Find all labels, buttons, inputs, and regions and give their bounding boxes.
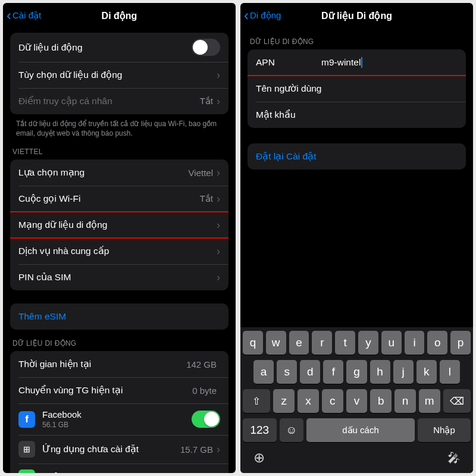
network-selection-label: Lựa chọn mạng (18, 167, 189, 178)
back-label: Di động (250, 10, 281, 21)
key-z[interactable]: z (273, 389, 295, 413)
row-reset-settings[interactable]: Đặt lại Cài đặt (248, 143, 466, 170)
row-network-selection[interactable]: Lựa chọn mạng Viettel › (10, 159, 228, 186)
key-f[interactable]: f (323, 360, 343, 384)
key-i[interactable]: i (405, 331, 425, 355)
apn-input[interactable]: m9-wintel (321, 57, 458, 68)
key-o[interactable]: o (427, 331, 447, 355)
row-cellular-options[interactable]: Tùy chọn dữ liệu di động › (10, 62, 228, 88)
navbar: ‹ Cài đặt Di động (3, 3, 236, 28)
row-username[interactable]: Tên người dùng (248, 76, 466, 102)
key-k[interactable]: k (416, 360, 437, 384)
row-current-period[interactable]: Thời gian hiện tại 142 GB (10, 351, 228, 377)
back-button[interactable]: ‹ Di động (240, 8, 281, 23)
chevron-right-icon: › (217, 167, 220, 179)
key-w[interactable]: w (266, 331, 286, 355)
row-personal-hotspot[interactable]: Điểm truy cập cá nhân Tắt › (10, 88, 228, 114)
group-apn: APN m9-wintel Tên người dùng Mật khẩu (248, 49, 466, 128)
key-a[interactable]: a (253, 360, 274, 384)
backspace-key[interactable]: ⌫ (443, 389, 471, 413)
shift-key[interactable]: ⇧ (243, 389, 270, 413)
globe-icon[interactable]: ⊕ (253, 450, 265, 466)
group-reset: Đặt lại Cài đặt (248, 143, 466, 170)
chevron-left-icon: ‹ (244, 8, 249, 23)
chevron-right-icon: › (217, 271, 220, 284)
network-selection-value: Viettel (189, 168, 213, 178)
row-cellular-data[interactable]: Dữ liệu di động (10, 33, 228, 62)
roaming-label: Chuyển vùng TG hiện tại (18, 385, 192, 396)
cellular-data-toggle[interactable] (192, 39, 220, 56)
row-uninstalled-apps[interactable]: ⊞ Ứng dụng chưa cài đặt 15.7 GB › (10, 435, 228, 464)
carrier-services-label: Dịch vụ nhà cung cấp (18, 246, 217, 256)
row-roaming[interactable]: Chuyển vùng TG hiện tại 0 byte (10, 377, 228, 403)
key-b[interactable]: b (370, 389, 392, 413)
key-s[interactable]: s (277, 360, 297, 384)
row-hotspot-usage[interactable]: ⊘ Điểm truy cập cá nhân 15.4 GB › (10, 464, 228, 473)
key-m[interactable]: m (419, 389, 440, 413)
key-n[interactable]: n (394, 389, 416, 413)
sim-pin-label: PIN của SIM (18, 272, 217, 283)
reset-label: Đặt lại Cài đặt (256, 151, 458, 162)
facebook-toggle[interactable] (192, 411, 220, 428)
key-j[interactable]: j (393, 360, 414, 384)
keyboard-row-4: 123 ☺ dấu cách Nhập (243, 418, 471, 442)
key-c[interactable]: c (322, 389, 343, 413)
uninstalled-value: 15.7 GB (180, 444, 213, 455)
current-period-value: 142 GB (186, 359, 217, 369)
key-d[interactable]: d (300, 360, 320, 384)
section-carrier: VIETTEL (3, 138, 236, 159)
hotspot-icon: ⊘ (18, 469, 35, 473)
back-label: Cài đặt (12, 10, 41, 21)
key-y[interactable]: y (358, 331, 378, 355)
key-h[interactable]: h (370, 360, 390, 384)
row-carrier-services[interactable]: Dịch vụ nhà cung cấp › (10, 238, 228, 264)
left-phone: ‹ Cài đặt Di động Dữ liệu di động Tùy ch… (3, 3, 236, 473)
keyboard-row-1: qwertyuiop (243, 331, 471, 355)
wifi-calling-label: Cuộc gọi Wi-Fi (18, 193, 200, 204)
key-x[interactable]: x (298, 389, 319, 413)
chevron-right-icon: › (217, 95, 220, 108)
key-q[interactable]: q (243, 331, 263, 355)
row-app-facebook[interactable]: f Facebook 56.1 GB (10, 403, 228, 435)
mode-key[interactable]: 123 (243, 418, 277, 442)
key-e[interactable]: e (289, 331, 309, 355)
row-data-network[interactable]: Mạng dữ liệu di động › (10, 212, 228, 238)
keyboard-bottom-bar: ⊕ 🎤︎ (243, 447, 471, 471)
key-v[interactable]: v (346, 389, 368, 413)
key-l[interactable]: l (440, 360, 460, 384)
section-usage: DỮ LIỆU DI ĐỘNG (3, 330, 236, 351)
navbar: ‹ Di động Dữ liệu Di động (240, 3, 473, 28)
cellular-note: Tắt dữ liệu di động để truyền tất cả dữ … (3, 114, 236, 138)
chevron-right-icon: › (217, 245, 220, 258)
key-t[interactable]: t (335, 331, 355, 355)
mic-icon[interactable]: 🎤︎ (447, 451, 460, 465)
key-r[interactable]: r (312, 331, 332, 355)
wifi-calling-value: Tắt (200, 193, 213, 204)
facebook-label: Facebook (42, 409, 192, 419)
appstore-icon: ⊞ (18, 441, 35, 458)
chevron-right-icon: › (217, 443, 220, 456)
chevron-left-icon: ‹ (7, 8, 11, 23)
chevron-right-icon: › (217, 193, 220, 205)
emoji-key[interactable]: ☺ (280, 418, 303, 442)
section-cellular-data: DỮ LIỆU DI ĐỘNG (240, 28, 473, 49)
current-period-label: Thời gian hiện tại (18, 359, 186, 369)
space-key[interactable]: dấu cách (306, 418, 415, 442)
key-u[interactable]: u (381, 331, 402, 355)
return-key[interactable]: Nhập (418, 418, 471, 442)
personal-hotspot-label: Điểm truy cập cá nhân (18, 96, 200, 107)
key-g[interactable]: g (346, 360, 367, 384)
password-label: Mật khẩu (256, 109, 296, 120)
back-button[interactable]: ‹ Cài đặt (3, 8, 41, 23)
chevron-right-icon: › (217, 472, 220, 473)
row-password[interactable]: Mật khẩu (248, 102, 466, 128)
group-usage: Thời gian hiện tại 142 GB Chuyển vùng TG… (10, 351, 228, 473)
row-sim-pin[interactable]: PIN của SIM › (10, 264, 228, 290)
keyboard: qwertyuiop asdfghjkl ⇧ zxcvbnm ⌫ 123 ☺ d… (240, 327, 473, 473)
row-wifi-calling[interactable]: Cuộc gọi Wi-Fi Tắt › (10, 186, 228, 212)
keyboard-row-3: ⇧ zxcvbnm ⌫ (243, 389, 471, 413)
row-apn[interactable]: APN m9-wintel (248, 49, 466, 76)
key-p[interactable]: p (450, 331, 471, 355)
row-add-esim[interactable]: Thêm eSIM (10, 303, 228, 330)
group-carrier: Lựa chọn mạng Viettel › Cuộc gọi Wi-Fi T… (10, 159, 228, 290)
